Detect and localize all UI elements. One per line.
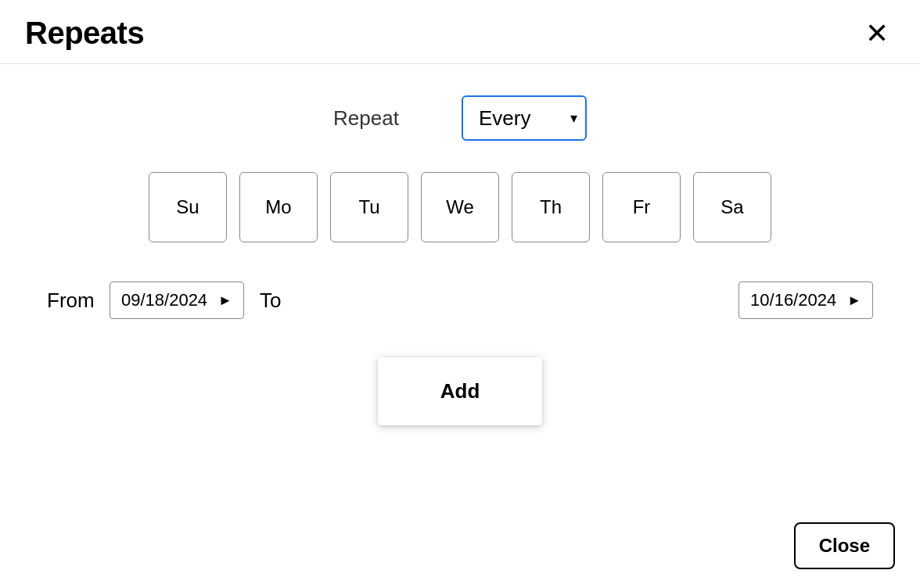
day-button-sunday[interactable]: Su	[149, 172, 227, 242]
day-button-saturday[interactable]: Sa	[693, 172, 771, 242]
from-date-arrow-icon: ►	[218, 292, 232, 309]
close-x-button[interactable]: ✕	[859, 16, 895, 51]
days-row: Su Mo Tu We Th Fr Sa	[47, 172, 873, 242]
add-button-wrapper: Add	[47, 357, 873, 425]
day-button-monday[interactable]: Mo	[239, 172, 318, 242]
repeat-select[interactable]: Every Daily Weekly Monthly	[462, 95, 587, 141]
to-date-value: 10/16/2024	[750, 290, 836, 310]
to-date-input[interactable]: 10/16/2024 ►	[739, 281, 873, 319]
from-date-input[interactable]: 09/18/2024 ►	[110, 281, 244, 319]
repeats-dialog: Repeats ✕ Repeat Every Daily Weekly Mont…	[0, 0, 920, 588]
day-button-friday[interactable]: Fr	[602, 172, 681, 242]
dialog-header: Repeats ✕	[0, 0, 920, 64]
dialog-body: Repeat Every Daily Weekly Monthly ▾ Su M…	[0, 64, 920, 510]
to-label: To	[260, 289, 281, 313]
from-label: From	[47, 289, 110, 313]
to-date-arrow-icon: ►	[847, 292, 861, 309]
repeat-select-wrapper[interactable]: Every Daily Weekly Monthly ▾	[462, 95, 587, 141]
day-button-thursday[interactable]: Th	[512, 172, 590, 242]
day-button-tuesday[interactable]: Tu	[330, 172, 408, 242]
close-button[interactable]: Close	[794, 522, 895, 569]
from-date-value: 09/18/2024	[121, 290, 207, 310]
add-button[interactable]: Add	[378, 357, 543, 425]
repeat-label: Repeat	[333, 106, 399, 131]
dialog-title: Repeats	[25, 16, 144, 51]
from-to-section: From 09/18/2024 ► To 10/16/2024 ►	[47, 281, 873, 319]
dialog-footer: Close	[0, 510, 920, 588]
day-button-wednesday[interactable]: We	[421, 172, 499, 242]
repeat-row: Repeat Every Daily Weekly Monthly ▾	[47, 95, 873, 141]
